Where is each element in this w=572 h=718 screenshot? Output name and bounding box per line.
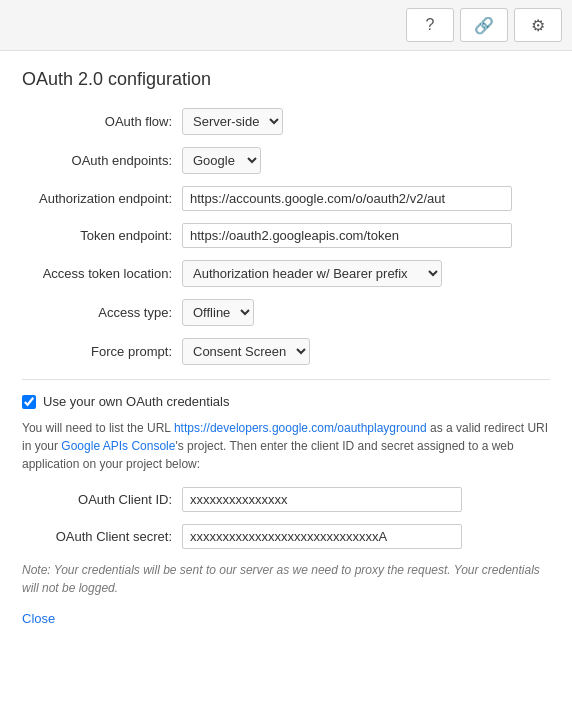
settings-icon: ⚙ bbox=[531, 16, 545, 35]
oauth-endpoints-row: OAuth endpoints: Google Custom bbox=[22, 147, 550, 174]
use-own-credentials-row: Use your own OAuth credentials bbox=[22, 394, 550, 409]
auth-endpoint-input[interactable] bbox=[182, 186, 512, 211]
access-token-location-row: Access token location: Authorization hea… bbox=[22, 260, 550, 287]
link-button[interactable]: 🔗 bbox=[460, 8, 508, 42]
divider bbox=[22, 379, 550, 380]
oauth-playground-link[interactable]: https://developers.google.com/oauthplayg… bbox=[174, 421, 427, 435]
force-prompt-row: Force prompt: Consent Screen None Login bbox=[22, 338, 550, 365]
token-endpoint-input[interactable] bbox=[182, 223, 512, 248]
client-secret-input[interactable] bbox=[182, 524, 462, 549]
info-text-before-link: You will need to list the URL bbox=[22, 421, 174, 435]
use-own-credentials-label[interactable]: Use your own OAuth credentials bbox=[43, 394, 229, 409]
access-type-label: Access type: bbox=[22, 305, 182, 320]
force-prompt-label: Force prompt: bbox=[22, 344, 182, 359]
help-button[interactable]: ? bbox=[406, 8, 454, 42]
oauth-flow-row: OAuth flow: Server-side Client-side bbox=[22, 108, 550, 135]
page-title: OAuth 2.0 configuration bbox=[22, 69, 550, 90]
auth-endpoint-row: Authorization endpoint: bbox=[22, 186, 550, 211]
token-endpoint-row: Token endpoint: bbox=[22, 223, 550, 248]
oauth-endpoints-select[interactable]: Google Custom bbox=[182, 147, 261, 174]
client-id-label: OAuth Client ID: bbox=[22, 492, 182, 507]
access-type-select[interactable]: Offline Online bbox=[182, 299, 254, 326]
oauth-flow-label: OAuth flow: bbox=[22, 114, 182, 129]
access-token-location-label: Access token location: bbox=[22, 266, 182, 281]
access-token-location-select[interactable]: Authorization header w/ Bearer prefix Qu… bbox=[182, 260, 442, 287]
use-own-credentials-checkbox[interactable] bbox=[22, 395, 36, 409]
oauth-flow-select[interactable]: Server-side Client-side bbox=[182, 108, 283, 135]
info-text: You will need to list the URL https://de… bbox=[22, 419, 550, 473]
note-text: Note: Your credentials will be sent to o… bbox=[22, 561, 550, 597]
oauth-endpoints-label: OAuth endpoints: bbox=[22, 153, 182, 168]
token-endpoint-label: Token endpoint: bbox=[22, 228, 182, 243]
main-content: OAuth 2.0 configuration OAuth flow: Serv… bbox=[0, 51, 572, 646]
auth-endpoint-label: Authorization endpoint: bbox=[22, 191, 182, 206]
top-toolbar: ? 🔗 ⚙ bbox=[0, 0, 572, 51]
client-id-input[interactable] bbox=[182, 487, 462, 512]
settings-button[interactable]: ⚙ bbox=[514, 8, 562, 42]
client-secret-row: OAuth Client secret: bbox=[22, 524, 550, 549]
link-icon: 🔗 bbox=[474, 16, 494, 35]
close-link[interactable]: Close bbox=[22, 611, 55, 626]
access-type-row: Access type: Offline Online bbox=[22, 299, 550, 326]
client-id-row: OAuth Client ID: bbox=[22, 487, 550, 512]
client-secret-label: OAuth Client secret: bbox=[22, 529, 182, 544]
help-icon: ? bbox=[426, 16, 435, 34]
force-prompt-select[interactable]: Consent Screen None Login bbox=[182, 338, 310, 365]
google-apis-console-link[interactable]: Google APIs Console bbox=[61, 439, 175, 453]
